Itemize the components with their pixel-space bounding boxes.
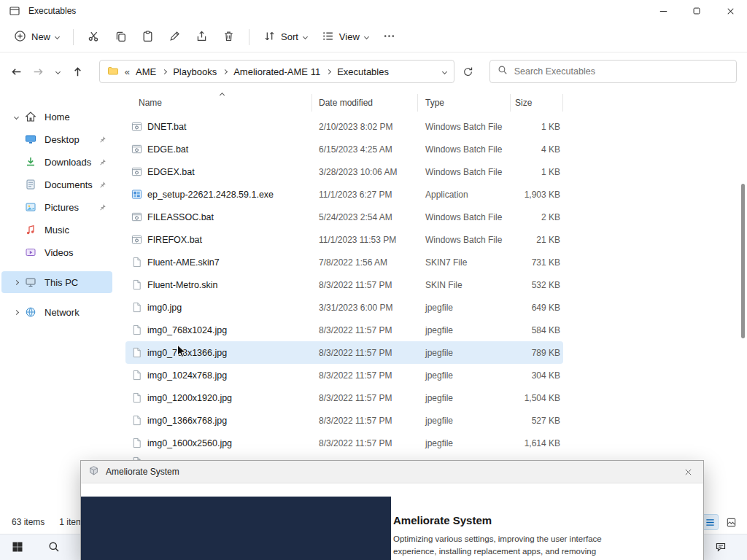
table-row[interactable]: EDGEX.bat3/28/2023 10:06 AMWindows Batch… (125, 160, 563, 183)
file-size: 1 KB (511, 167, 563, 177)
file-date-modified: 8/3/2022 11:57 PM (312, 393, 418, 403)
chevron-right-icon[interactable] (13, 309, 18, 314)
column-header-name[interactable]: Name (125, 94, 312, 112)
file-name: Fluent-Metro.skin (147, 280, 218, 290)
sidebar-item-music[interactable]: Music (1, 219, 112, 241)
sort-button-label: Sort (281, 31, 298, 42)
file-size: 527 KB (511, 416, 563, 426)
sidebar-item-downloads[interactable]: Downloads (1, 151, 112, 173)
paste-button[interactable] (135, 26, 160, 49)
column-header-type[interactable]: Type (418, 94, 511, 112)
scrollbar-thumb[interactable] (741, 184, 745, 338)
breadcrumb-item[interactable]: Ameliorated-AME 11 (232, 65, 322, 79)
table-row[interactable]: img0_1200x1920.jpg8/3/2022 11:57 PMjpegf… (125, 386, 563, 409)
file-type: SKIN File (418, 280, 511, 290)
table-row[interactable]: ep_setup-22621.2428.59.1.exe11/1/2023 6:… (125, 183, 563, 206)
file-date-modified: 6/15/2023 4:25 AM (312, 144, 418, 155)
minimize-button[interactable] (646, 0, 680, 22)
sidebar-item-label: Network (44, 307, 80, 318)
file-type: Windows Batch File (418, 144, 511, 155)
cut-button[interactable] (81, 26, 107, 49)
refresh-button[interactable] (457, 61, 479, 82)
forward-button[interactable] (28, 61, 50, 82)
sidebar-item-home[interactable]: Home (1, 106, 112, 128)
chevron-down-icon[interactable] (13, 114, 18, 119)
new-button[interactable]: New (7, 26, 66, 49)
sidebar-item-videos[interactable]: Videos (1, 241, 112, 263)
chevron-right-icon[interactable] (13, 279, 18, 284)
recent-locations-button[interactable] (50, 61, 67, 82)
file-icon (131, 347, 142, 358)
table-row[interactable]: Fluent-AME.skin77/8/2022 1:56 AMSKIN7 Fi… (125, 251, 563, 273)
address-dropdown-icon[interactable] (442, 69, 447, 74)
column-header-size[interactable]: Size (511, 94, 563, 112)
file-type: jpegfile (418, 393, 511, 403)
table-row[interactable]: img0_768x1024.jpg8/3/2022 11:57 PMjpegfi… (125, 319, 563, 341)
search-icon (48, 541, 60, 555)
explorer-main: HomeDesktopDownloadsDocumentsPicturesMus… (0, 90, 747, 510)
sidebar-item-this-pc[interactable]: This PC (1, 271, 112, 293)
file-icon (131, 257, 142, 268)
copy-icon (115, 30, 127, 44)
table-row[interactable]: img0_1366x768.jpg8/3/2022 11:57 PMjpegfi… (125, 409, 563, 432)
sidebar-item-network[interactable]: Network (1, 301, 112, 323)
file-size: 649 KB (511, 303, 563, 313)
column-header-date-modified[interactable]: Date modified (312, 94, 418, 112)
copy-button[interactable] (108, 26, 133, 49)
chevron-down-icon (303, 34, 308, 39)
breadcrumb-item[interactable]: Executables (336, 65, 390, 79)
file-type: Windows Batch File (418, 167, 511, 177)
breadcrumb-item[interactable]: Playbooks (171, 65, 218, 79)
table-row[interactable]: Fluent-Metro.skin8/3/2022 11:57 PMSKIN F… (125, 273, 563, 296)
chat-bubble-icon (715, 541, 727, 555)
documents-icon (25, 179, 38, 190)
breadcrumb-separator-icon (162, 69, 167, 74)
sidebar-item-pictures[interactable]: Pictures (1, 196, 112, 218)
file-name: img0_768x1024.jpg (147, 325, 227, 335)
file-date-modified: 5/24/2023 2:54 AM (312, 212, 418, 222)
sidebar-item-label: This PC (44, 277, 78, 288)
large-icons-view-toggle[interactable] (722, 514, 740, 530)
breadcrumb-item[interactable]: AME (134, 65, 158, 79)
taskbar-search-button[interactable] (42, 536, 66, 559)
file-name: EDGE.bat (147, 144, 188, 155)
dialog-heading: Ameliorate System (393, 483, 685, 526)
file-name: img0_1200x1920.jpg (147, 393, 232, 403)
notifications-button[interactable] (709, 536, 732, 559)
table-row[interactable]: img0.jpg3/31/2023 6:00 PMjpegfile649 KB (125, 296, 563, 319)
table-row[interactable]: img0_1600x2560.jpg8/3/2022 11:57 PMjpegf… (125, 432, 563, 454)
table-row[interactable]: DNET.bat2/10/2023 8:02 PMWindows Batch F… (125, 115, 563, 138)
sidebar-item-label: Videos (44, 247, 74, 258)
table-row[interactable]: img0_768x1366.jpg8/3/2022 11:57 PMjpegfi… (125, 341, 563, 364)
file-size: 304 KB (511, 370, 563, 381)
table-row[interactable]: img0_1024x768.jpg8/3/2022 11:57 PMjpegfi… (125, 364, 563, 386)
file-type: Application (418, 190, 511, 200)
back-button[interactable] (6, 61, 28, 82)
pin-icon (98, 136, 107, 144)
title-bar: Executables (0, 0, 747, 22)
start-button[interactable] (6, 536, 29, 559)
sidebar-item-desktop[interactable]: Desktop (1, 128, 112, 150)
sidebar-item-documents[interactable]: Documents (1, 174, 112, 195)
table-row[interactable]: FIREFOX.bat11/1/2023 11:53 PMWindows Bat… (125, 228, 563, 251)
vertical-scrollbar[interactable] (740, 90, 747, 510)
dialog-close-button[interactable] (673, 461, 703, 483)
file-name: Fluent-AME.skin7 (147, 257, 220, 268)
sort-button[interactable]: Sort (257, 26, 314, 49)
delete-button[interactable] (216, 26, 241, 49)
maximize-button[interactable] (680, 0, 713, 22)
breadcrumb[interactable]: « AMEPlaybooksAmeliorated-AME 11Executab… (99, 60, 454, 83)
dialog-title: Ameliorate System (106, 467, 179, 477)
rename-button[interactable] (162, 26, 187, 49)
search-box[interactable]: Search Executables (489, 60, 737, 83)
close-button[interactable] (713, 0, 747, 22)
share-button[interactable] (189, 26, 214, 49)
breadcrumb-overflow[interactable]: « (125, 66, 130, 77)
more-options-button[interactable] (376, 26, 402, 49)
table-row[interactable]: EDGE.bat6/15/2023 4:25 AMWindows Batch F… (125, 138, 563, 160)
up-button[interactable] (67, 61, 89, 82)
file-date-modified: 8/3/2022 11:57 PM (312, 370, 418, 381)
table-row[interactable]: FILEASSOC.bat5/24/2023 2:54 AMWindows Ba… (125, 206, 563, 228)
batch-file-icon (131, 234, 142, 245)
view-button[interactable]: View (315, 26, 375, 49)
